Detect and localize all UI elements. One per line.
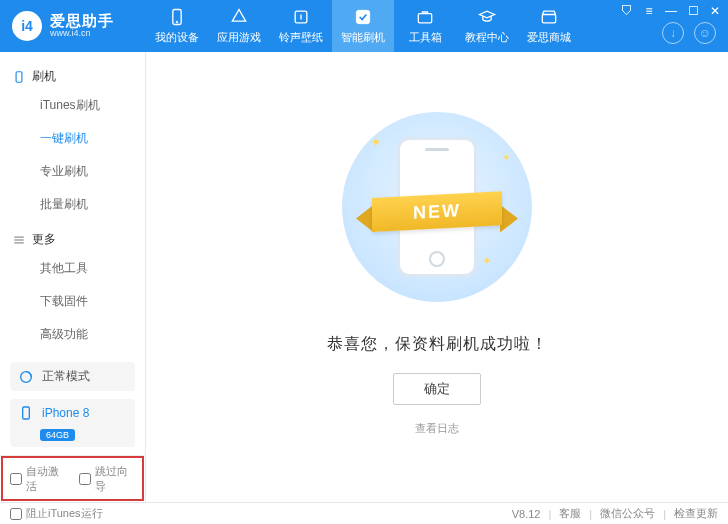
skip-guide-input[interactable]	[79, 473, 91, 485]
sidebar-section-flash: 刷机	[0, 64, 145, 89]
sparkle-icon: ✦	[370, 134, 382, 150]
separator: |	[548, 508, 551, 520]
menu-icon[interactable]: ≡	[642, 4, 656, 18]
download-icon[interactable]: ↓	[662, 22, 684, 44]
block-itunes-input[interactable]	[10, 508, 22, 520]
success-message: 恭喜您，保资料刷机成功啦！	[327, 334, 548, 355]
ringtone-icon	[291, 7, 311, 27]
skip-guide-label: 跳过向导	[95, 464, 136, 494]
minimize-icon[interactable]: —	[664, 4, 678, 18]
top-nav: 我的设备 应用游戏 铃声壁纸 智能刷机 工具箱 教程中心 爱思商城	[146, 0, 580, 52]
more-icon	[12, 233, 26, 247]
apps-icon	[229, 7, 249, 27]
ok-button[interactable]: 确定	[393, 373, 481, 405]
sidebar-item-download-fw[interactable]: 下载固件	[0, 285, 145, 318]
sidebar-item-itunes-flash[interactable]: iTunes刷机	[0, 89, 145, 122]
status-icon	[18, 369, 34, 385]
top-right-actions: ↓ ☺	[662, 22, 716, 44]
phone-illustration	[397, 137, 477, 277]
device-icon	[167, 7, 187, 27]
svg-point-1	[176, 21, 178, 23]
nav-toolbox[interactable]: 工具箱	[394, 0, 456, 52]
sidebar-section-label: 刷机	[32, 68, 56, 85]
block-itunes-label: 阻止iTunes运行	[26, 506, 103, 521]
svg-rect-6	[16, 71, 22, 82]
flash-icon	[353, 7, 373, 27]
status-bar: 阻止iTunes运行 V8.12 | 客服 | 微信公众号 | 检查更新	[0, 502, 728, 524]
check-update-link[interactable]: 检查更新	[674, 506, 718, 521]
nav-label: 铃声壁纸	[279, 30, 323, 45]
nav-tutorials[interactable]: 教程中心	[456, 0, 518, 52]
phone-icon	[12, 70, 26, 84]
logo-text: 爱思助手 www.i4.cn	[50, 13, 114, 39]
sidebar-item-pro-flash[interactable]: 专业刷机	[0, 155, 145, 188]
nav-label: 工具箱	[409, 30, 442, 45]
version-label: V8.12	[512, 508, 541, 520]
settings-icon[interactable]: ⛉	[620, 4, 634, 18]
separator: |	[589, 508, 592, 520]
device-name: iPhone 8	[42, 406, 127, 420]
app-title: 爱思助手	[50, 13, 114, 30]
skip-guide-checkbox[interactable]: 跳过向导	[79, 464, 136, 494]
device-storage-badge: 64GB	[40, 429, 75, 441]
auto-activate-input[interactable]	[10, 473, 22, 485]
nav-apps[interactable]: 应用游戏	[208, 0, 270, 52]
maximize-icon[interactable]: ☐	[686, 4, 700, 18]
sidebar-section-more: 更多	[0, 227, 145, 252]
sidebar: 刷机 iTunes刷机 一键刷机 专业刷机 批量刷机 更多 其他工具 下载固件 …	[0, 52, 146, 502]
device-status-label: 正常模式	[42, 368, 90, 385]
logo-area: i4 爱思助手 www.i4.cn	[0, 11, 146, 41]
nav-label: 我的设备	[155, 30, 199, 45]
sparkle-icon: ✦	[482, 254, 492, 268]
title-bar: i4 爱思助手 www.i4.cn 我的设备 应用游戏 铃声壁纸 智能刷机 工具…	[0, 0, 728, 52]
svg-rect-11	[23, 407, 30, 419]
svg-rect-4	[418, 14, 431, 23]
sidebar-item-advanced[interactable]: 高级功能	[0, 318, 145, 351]
main-content: ✦ ✦ ✦ NEW 恭喜您，保资料刷机成功啦！ 确定 查看日志	[146, 52, 728, 502]
nav-store[interactable]: 爱思商城	[518, 0, 580, 52]
auto-activate-label: 自动激活	[26, 464, 67, 494]
support-link[interactable]: 客服	[559, 506, 581, 521]
device-row[interactable]: iPhone 8 64GB	[10, 399, 135, 447]
nav-ringtones[interactable]: 铃声壁纸	[270, 0, 332, 52]
sidebar-section-label: 更多	[32, 231, 56, 248]
user-icon[interactable]: ☺	[694, 22, 716, 44]
sidebar-item-batch-flash[interactable]: 批量刷机	[0, 188, 145, 221]
window-controls: ⛉ ≡ — ☐ ✕	[620, 4, 722, 18]
nav-label: 爱思商城	[527, 30, 571, 45]
store-icon	[539, 7, 559, 27]
hero-circle: ✦ ✦ ✦	[342, 112, 532, 302]
device-status-row[interactable]: 正常模式	[10, 362, 135, 391]
sparkle-icon: ✦	[502, 152, 510, 163]
flash-options-row: 自动激活 跳过向导	[0, 455, 145, 502]
sidebar-item-other-tools[interactable]: 其他工具	[0, 252, 145, 285]
separator: |	[663, 508, 666, 520]
wechat-link[interactable]: 微信公众号	[600, 506, 655, 521]
body: 刷机 iTunes刷机 一键刷机 专业刷机 批量刷机 更多 其他工具 下载固件 …	[0, 52, 728, 502]
close-icon[interactable]: ✕	[708, 4, 722, 18]
tutorial-icon	[477, 7, 497, 27]
sidebar-item-oneclick-flash[interactable]: 一键刷机	[0, 122, 145, 155]
svg-rect-3	[356, 10, 369, 23]
view-log-link[interactable]: 查看日志	[415, 421, 459, 436]
app-url: www.i4.cn	[50, 29, 114, 39]
nav-label: 应用游戏	[217, 30, 261, 45]
logo-icon: i4	[12, 11, 42, 41]
toolbox-icon	[415, 7, 435, 27]
block-itunes-checkbox[interactable]: 阻止iTunes运行	[10, 506, 103, 521]
device-icon	[18, 405, 34, 421]
nav-flash[interactable]: 智能刷机	[332, 0, 394, 52]
nav-label: 教程中心	[465, 30, 509, 45]
nav-my-device[interactable]: 我的设备	[146, 0, 208, 52]
nav-label: 智能刷机	[341, 30, 385, 45]
svg-rect-5	[542, 15, 555, 23]
hero-illustration: ✦ ✦ ✦ NEW	[332, 102, 542, 312]
auto-activate-checkbox[interactable]: 自动激活	[10, 464, 67, 494]
